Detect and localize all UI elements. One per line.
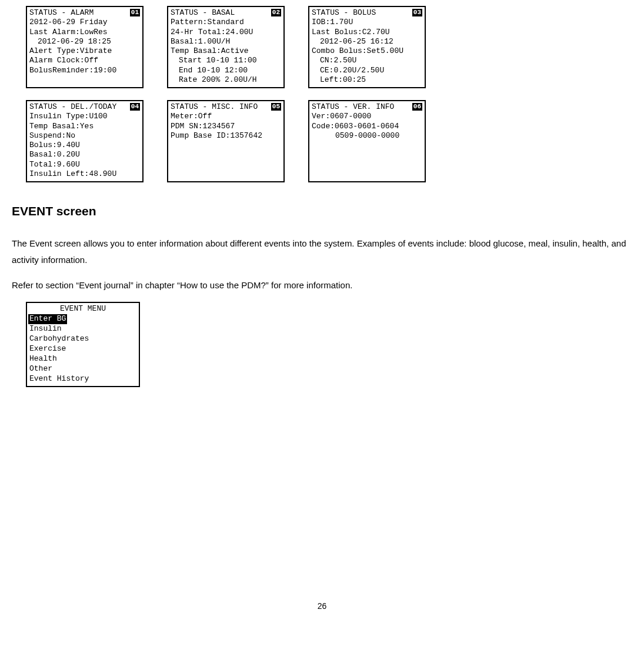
screen-line: 2012-06-29 Friday	[29, 18, 140, 27]
screen-line: 0509-0000-0000	[312, 131, 422, 141]
screen-line: Suspend:No	[29, 131, 140, 141]
screen-row-2: STATUS - DEL./TODAY04Insulin Type:U100Te…	[26, 100, 632, 182]
page-number: 26	[12, 599, 632, 614]
screen-line: Last Alarm:LowRes	[29, 28, 140, 37]
event-menu-item-4[interactable]: Health	[27, 354, 139, 364]
screen-line: Insulin Left:48.90U	[29, 169, 140, 179]
screen-line: PDM SN:1234567	[171, 122, 281, 131]
screen-badge: 03	[412, 9, 422, 16]
screen-line: IOB:1.70U	[312, 18, 422, 27]
screen-line: Start 10-10 11:00	[171, 56, 281, 65]
paragraph-1: The Event screen allows you to enter inf…	[12, 235, 632, 269]
status-screen-3: STATUS - BOLUS03IOB:1.70ULast Bolus:C2.7…	[308, 6, 426, 88]
screen-line: Rate 200% 2.00U/H	[171, 75, 281, 85]
screen-title: STATUS - DEL./TODAY	[29, 102, 116, 112]
status-screen-6: STATUS - VER. INFO06Ver:0607-0000Code:06…	[308, 100, 426, 182]
screen-line: Insulin Type:U100	[29, 112, 140, 121]
screen-row-1: STATUS - ALARM012012-06-29 FridayLast Al…	[26, 6, 632, 88]
screen-title: STATUS - VER. INFO	[312, 102, 394, 112]
screen-line: Temp Basal:Yes	[29, 122, 140, 131]
screen-line: Meter:Off	[171, 112, 281, 121]
status-screen-2: STATUS - BASAL02Pattern:Standard24-Hr To…	[167, 6, 285, 88]
event-menu-item-2[interactable]: Carbohydrates	[27, 334, 139, 344]
status-screen-1: STATUS - ALARM012012-06-29 FridayLast Al…	[26, 6, 144, 88]
screen-title: STATUS - ALARM	[29, 8, 94, 18]
screen-line: 24-Hr Total:24.00U	[171, 28, 281, 37]
screen-line: Pump Base ID:1357642	[171, 131, 281, 141]
status-screen-4: STATUS - DEL./TODAY04Insulin Type:U100Te…	[26, 100, 144, 182]
screen-badge: 05	[271, 103, 281, 111]
screen-badge: 02	[271, 9, 281, 16]
event-menu-item-0[interactable]: Enter BG	[28, 314, 67, 324]
screen-badge: 06	[412, 103, 422, 111]
event-menu-item-5[interactable]: Other	[27, 364, 139, 374]
status-screens-grid: STATUS - ALARM012012-06-29 FridayLast Al…	[26, 6, 632, 182]
screen-line: Basal:1.00U/H	[171, 37, 281, 46]
screen-line: 2012-06-25 16:12	[312, 37, 422, 46]
screen-line: Bolus:9.40U	[29, 141, 140, 150]
screen-line: Alarm Clock:Off	[29, 56, 140, 65]
screen-line: 2012-06-29 18:25	[29, 37, 140, 46]
event-menu-item-1[interactable]: Insulin	[27, 324, 139, 334]
screen-line: Left:00:25	[312, 75, 422, 85]
screen-line: Ver:0607-0000	[312, 112, 422, 121]
screen-line: Code:0603-0601-0604	[312, 122, 422, 131]
screen-line: Alert Type:Vibrate	[29, 46, 140, 56]
screen-line: Basal:0.20U	[29, 150, 140, 159]
event-menu-title: EVENT MENU	[27, 304, 139, 314]
screen-line: Total:9.60U	[29, 160, 140, 169]
event-menu-item-6[interactable]: Event History	[27, 374, 139, 384]
screen-badge: 01	[130, 9, 140, 16]
screen-title: STATUS - BOLUS	[312, 8, 376, 18]
screen-line: Last Bolus:C2.70U	[312, 28, 422, 37]
screen-line: Combo Bolus:Set5.00U	[312, 46, 422, 56]
screen-line: CN:2.50U	[312, 56, 422, 65]
screen-line: CE:0.20U/2.50U	[312, 66, 422, 75]
status-screen-5: STATUS - MISC. INFO05Meter:OffPDM SN:123…	[167, 100, 285, 182]
screen-line: Pattern:Standard	[171, 18, 281, 27]
paragraph-2: Refer to section “Event journal” in chap…	[12, 277, 632, 294]
screen-line: Temp Basal:Active	[171, 46, 281, 56]
screen-badge: 04	[130, 103, 140, 111]
section-heading: EVENT screen	[12, 200, 632, 222]
screen-title: STATUS - MISC. INFO	[171, 102, 258, 112]
screen-title: STATUS - BASAL	[171, 8, 235, 18]
screen-line: BolusReminder:19:00	[29, 66, 140, 75]
event-menu-item-3[interactable]: Exercise	[27, 344, 139, 354]
screen-line: End 10-10 12:00	[171, 66, 281, 75]
event-menu-screen: EVENT MENU Enter BGInsulinCarbohydratesE…	[26, 302, 140, 387]
